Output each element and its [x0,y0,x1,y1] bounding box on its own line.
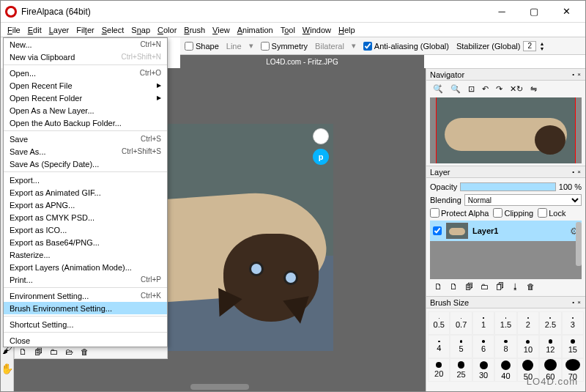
menu-item[interactable]: Rasterize... [4,248,167,261]
shape-value[interactable]: Line [226,42,242,51]
brush-size-cell[interactable]: 1 [472,311,494,335]
clipping-checkbox[interactable]: Clipping [493,208,533,218]
download-layer-icon[interactable]: ⭳ [511,282,519,291]
rotate-ccw-icon[interactable]: ↶ [482,84,489,94]
menu-item[interactable]: Export as CMYK PSD... [4,211,167,223]
menu-item[interactable]: Open the Auto Backup Folder... [4,117,167,129]
brush-folder-icon[interactable]: 🗀 [50,347,58,356]
overlay-badge-2[interactable]: p [313,149,329,165]
brush-size-cell[interactable]: 15 [562,335,584,358]
horizontal-scrollbar[interactable] [190,384,249,390]
menu-item[interactable]: Shortcut Setting... [4,318,167,330]
menu-window[interactable]: Window [299,24,335,36]
menu-item[interactable]: Open Recent Folder▶ [4,92,167,104]
menu-item[interactable]: Save As (Specify Date)... [4,158,167,170]
menu-color[interactable]: Color [154,24,180,36]
add-brush-icon[interactable]: 🗋 [19,347,27,356]
brush-size-cell[interactable]: 8 [494,335,516,358]
brush-size-panel-title[interactable]: Brush Size• × [426,296,585,308]
menu-filter[interactable]: Filter [73,24,97,36]
brush-size-cell[interactable]: 40 [494,358,516,382]
menu-item[interactable]: Close [4,334,167,347]
symmetry-checkbox[interactable]: Symmetry [261,42,308,51]
brush-size-cell[interactable]: 0.5 [428,311,450,335]
brush-size-cell[interactable]: 3 [562,311,584,335]
brush-size-cell[interactable]: 6 [472,335,494,358]
zoom-out-icon[interactable]: 🔍- [450,84,461,94]
menu-item[interactable]: Open...Ctrl+O [4,67,167,79]
brush-size-cell[interactable]: 1.5 [494,311,516,335]
new-layer-icon[interactable]: 🗋 [434,282,442,291]
folder-icon[interactable]: 🗀 [481,282,489,291]
menu-select[interactable]: Select [98,24,128,36]
menu-item[interactable]: Environment Setting...Ctrl+K [4,289,167,302]
menu-tool[interactable]: Tool [277,24,299,36]
menu-file[interactable]: File [4,24,24,36]
layer-visibility-checkbox[interactable] [433,226,442,235]
opacity-value: 100 % [559,182,582,191]
duplicate-layer-icon[interactable]: 🗐 [465,282,473,291]
brush-size-cell[interactable]: 2.5 [539,311,561,335]
flip-icon[interactable]: ⇋ [530,84,537,94]
layer-item[interactable]: Layer1 ⚙ [430,221,582,241]
menu-item[interactable]: Open Recent File▶ [4,79,167,92]
symmetry-value[interactable]: Bilateral [315,42,344,51]
layer-list[interactable]: Layer1 ⚙ [430,221,582,279]
merge-icon[interactable]: 🗍 [496,282,504,291]
navigator-panel-title[interactable]: Navigator• × [426,68,585,81]
hand-tool-icon[interactable]: ✋ [1,363,13,374]
menu-edit[interactable]: Edit [24,24,45,36]
brush-size-cell[interactable]: 5 [450,335,472,358]
menu-item[interactable]: Export as ICO... [4,223,167,236]
reset-rotation-icon[interactable]: ✕↻ [510,84,523,94]
menu-item[interactable]: Open As a New Layer... [4,104,167,117]
new-folder-layer-icon[interactable]: 🗋 [450,282,458,291]
window-title: FireAlpaca (64bit) [21,7,492,17]
close-button[interactable]: ✕ [556,1,576,23]
blending-select[interactable]: Normal [464,194,582,206]
menu-item[interactable]: New...Ctrl+N [4,38,167,51]
menu-help[interactable]: Help [335,24,359,36]
overlay-badge-1[interactable] [313,128,329,144]
brush-size-cell[interactable]: 20 [428,358,450,382]
menu-animation[interactable]: Animation [234,24,277,36]
brush-size-cell[interactable]: 12 [539,335,561,358]
lock-checkbox[interactable]: Lock [538,208,565,218]
brush-size-cell[interactable]: 0.7 [450,311,472,335]
antialias-checkbox[interactable]: Anti-aliasing (Global) [363,42,449,51]
brush-size-cell[interactable]: 30 [472,358,494,382]
rotate-cw-icon[interactable]: ↷ [496,84,502,94]
menu-item[interactable]: Export... [4,174,167,186]
brush-size-cell[interactable]: 4 [428,335,450,358]
shape-checkbox[interactable]: Shape [185,42,219,51]
brush-size-cell[interactable]: 2 [517,311,539,335]
menu-item[interactable]: Print...Ctrl+P [4,273,167,286]
menu-view[interactable]: View [209,24,234,36]
layer-panel-title[interactable]: Layer• × [426,166,585,178]
protect-alpha-checkbox[interactable]: Protect Alpha [430,208,489,218]
delete-layer-icon[interactable]: 🗑 [527,282,535,291]
maximize-button[interactable]: ▢ [524,1,544,23]
menu-snap[interactable]: Snap [127,24,154,36]
brush-import-icon[interactable]: 🗁 [65,347,73,356]
menu-item[interactable]: Save As...Ctrl+Shift+S [4,145,167,158]
menu-layer[interactable]: Layer [45,24,73,36]
document-tab[interactable]: LO4D.com - Fritz.JPG [180,55,424,68]
opacity-slider[interactable] [460,182,556,191]
brush-size-cell[interactable]: 25 [450,358,472,382]
menu-brush[interactable]: Brush [180,24,209,36]
menu-item[interactable]: Brush Environment Setting... [4,302,167,314]
duplicate-brush-icon[interactable]: 🗐 [34,347,42,356]
brush-size-cell[interactable]: 10 [517,335,539,358]
menu-item: Export Layers (Animation Mode)... [4,261,167,273]
fit-icon[interactable]: ⊡ [468,84,475,94]
menu-item[interactable]: SaveCtrl+S [4,133,167,145]
layer-scrollbar[interactable] [576,222,582,266]
brush-size-grid: 0.50.711.522.53456810121520253040506070 [428,311,584,382]
minimize-button[interactable]: ─ [492,1,512,23]
delete-brush-icon[interactable]: 🗑 [81,347,89,356]
menu-item[interactable]: Export as Base64/PNG... [4,236,167,248]
zoom-in-icon[interactable]: 🔍+ [433,84,443,94]
navigator-thumbnail[interactable] [430,97,582,163]
stabilizer-control[interactable]: Stabilizer (Global) ▲▼ [456,41,544,51]
